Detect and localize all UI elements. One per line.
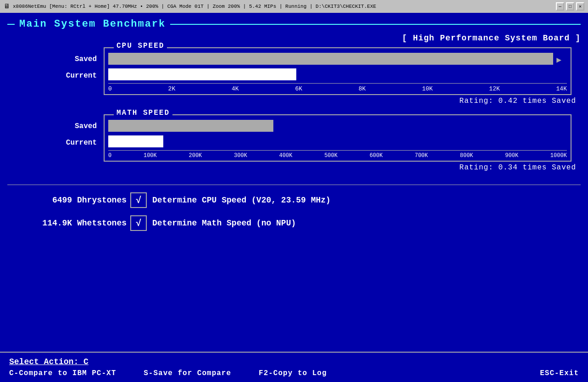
dhrystone-desc: Determine CPU Speed (V20, 23.59 MHz) bbox=[152, 196, 331, 205]
cpu-saved-bar: ▶ bbox=[108, 53, 553, 65]
math-axis-0: 0 bbox=[108, 152, 111, 159]
cpu-axis-14k: 14K bbox=[556, 85, 567, 92]
cpu-axis-0: 0 bbox=[108, 85, 112, 92]
math-current-bar bbox=[108, 135, 163, 147]
whetstone-checkbox[interactable]: √ bbox=[130, 215, 147, 231]
benchmark-section: 6499 Dhrystones √ Determine CPU Speed (V… bbox=[7, 185, 581, 231]
math-axis-1000k: 1000K bbox=[550, 152, 567, 159]
cpu-chart-title: CPU SPEED bbox=[114, 42, 167, 50]
cpu-axis-8k: 8K bbox=[359, 85, 366, 92]
cpu-saved-bar-row: ▶ bbox=[108, 52, 567, 66]
math-speed-section: Saved Current MATH SPEED 0 100K bbox=[7, 114, 581, 172]
titlebar-controls: — □ ✕ bbox=[556, 2, 584, 11]
cpu-speed-section: Saved Current CPU SPEED ▶ 0 bbox=[7, 47, 581, 105]
math-saved-bar bbox=[108, 120, 273, 132]
math-axis-700k: 700K bbox=[415, 152, 428, 159]
math-current-label: Current bbox=[10, 135, 97, 151]
action-select-label: Select Action: C bbox=[9, 357, 579, 366]
math-axis-500k: 500K bbox=[324, 152, 338, 159]
esc-key[interactable]: ESC-Exit bbox=[540, 369, 579, 377]
action-bar: Select Action: C C-Compare to IBM PC-XT … bbox=[0, 352, 588, 382]
math-axis-200k: 200K bbox=[189, 152, 202, 159]
cpu-chart-box: CPU SPEED ▶ 0 2K 4K 6K 8K bbox=[104, 47, 571, 95]
save-key[interactable]: S-Save for Compare bbox=[144, 369, 231, 377]
titlebar-left: 🖥 x8086NetEmu [Menu: RCtrl + Home] 47.70… bbox=[4, 3, 376, 10]
cpu-axis-2k: 2K bbox=[168, 85, 176, 92]
titlebar: 🖥 x8086NetEmu [Menu: RCtrl + Home] 47.70… bbox=[0, 0, 588, 13]
cpu-arrow-icon: ▶ bbox=[556, 55, 561, 65]
dhrystone-value: 6499 Dhrystones bbox=[7, 196, 127, 205]
action-keys: C-Compare to IBM PC-XT S-Save for Compar… bbox=[9, 369, 579, 377]
close-button[interactable]: ✕ bbox=[576, 2, 584, 11]
math-chart-title: MATH SPEED bbox=[114, 109, 172, 117]
hp-label: [ High Performance System Board ] bbox=[7, 34, 581, 43]
cpu-current-label: Current bbox=[10, 67, 97, 84]
math-axis-100k: 100K bbox=[144, 152, 157, 159]
math-axis: 0 100K 200K 300K 400K 500K 600K 700K 800… bbox=[108, 150, 567, 161]
whetstone-desc: Determine Math Speed (no NPU) bbox=[152, 219, 296, 228]
action-label: Select Action: bbox=[9, 357, 83, 366]
cpu-axis-6k: 6K bbox=[295, 85, 302, 92]
main-content: Main System Benchmark [ High Performance… bbox=[0, 13, 588, 382]
math-chart-box: MATH SPEED 0 100K 200K 300K 400K 500K bbox=[104, 114, 571, 162]
cpu-labels: Saved Current bbox=[10, 51, 97, 84]
math-labels: Saved Current bbox=[10, 118, 97, 151]
cpu-current-bar-row bbox=[108, 67, 567, 81]
titlebar-icon: 🖥 bbox=[4, 3, 10, 10]
whetstone-value: 114.9K Whetstones bbox=[7, 219, 127, 228]
math-axis-300k: 300K bbox=[234, 152, 247, 159]
cpu-axis-12k: 12K bbox=[489, 85, 499, 92]
cpu-saved-label: Saved bbox=[10, 51, 97, 67]
math-axis-600k: 600K bbox=[370, 152, 383, 159]
compare-key[interactable]: C-Compare to IBM PC-XT bbox=[9, 369, 116, 377]
titlebar-title: x8086NetEmu [Menu: RCtrl + Home] 47.70MH… bbox=[13, 4, 376, 9]
math-axis-900k: 900K bbox=[505, 152, 518, 159]
cpu-current-bar bbox=[108, 68, 296, 80]
math-axis-800k: 800K bbox=[460, 152, 473, 159]
action-key[interactable]: C bbox=[83, 357, 89, 366]
copy-key[interactable]: F2-Copy to Log bbox=[259, 369, 327, 377]
dhrystone-checkbox[interactable]: √ bbox=[130, 192, 147, 208]
math-saved-label: Saved bbox=[10, 118, 97, 135]
whetstone-row: 114.9K Whetstones √ Determine Math Speed… bbox=[7, 215, 581, 231]
minimize-button[interactable]: — bbox=[556, 2, 564, 11]
cpu-axis-4k: 4K bbox=[232, 85, 239, 92]
window-title: Main System Benchmark bbox=[7, 18, 581, 30]
math-axis-400k: 400K bbox=[279, 152, 293, 159]
math-current-bar-row bbox=[108, 135, 567, 148]
dhrystone-row: 6499 Dhrystones √ Determine CPU Speed (V… bbox=[7, 192, 581, 208]
maximize-button[interactable]: □ bbox=[566, 2, 574, 11]
cpu-axis: 0 2K 4K 6K 8K 10K 12K 14K bbox=[108, 83, 567, 94]
cpu-axis-10k: 10K bbox=[422, 85, 433, 92]
math-rating: Rating: 0.34 times Saved bbox=[7, 163, 576, 172]
math-saved-bar-row bbox=[108, 119, 567, 133]
window-title-text: Main System Benchmark bbox=[19, 18, 166, 30]
cpu-rating: Rating: 0.42 times Saved bbox=[7, 97, 576, 105]
